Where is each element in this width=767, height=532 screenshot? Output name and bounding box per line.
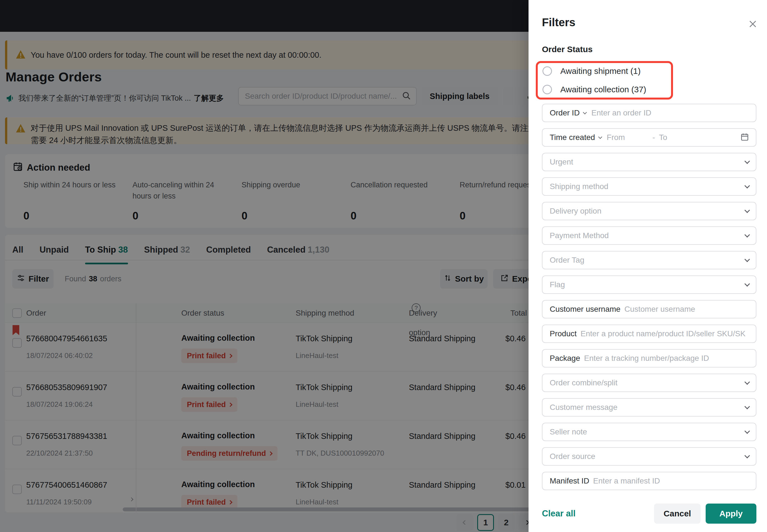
filter-text-input[interactable]	[593, 477, 749, 485]
filter-field-order-source[interactable]: Order source	[542, 447, 756, 466]
filters-panel-title: Filters	[542, 16, 575, 29]
apply-button[interactable]: Apply	[706, 504, 756, 524]
chevron-down-icon	[744, 379, 750, 385]
calendar-icon[interactable]	[740, 132, 749, 142]
filter-text-input[interactable]	[591, 108, 749, 117]
clear-all-link[interactable]: Clear all	[542, 509, 576, 519]
filter-text-input[interactable]	[581, 329, 749, 338]
filter-field-urgent[interactable]: Urgent	[542, 153, 756, 171]
filter-field-manifest-id: Manifest ID	[542, 472, 756, 490]
filter-text-input[interactable]	[624, 305, 749, 314]
filter-field-seller-note[interactable]: Seller note	[542, 423, 756, 441]
filters-footer: Clear all Cancel Apply	[542, 504, 756, 524]
order-status-option[interactable]: Awaiting shipment (1)	[542, 62, 646, 80]
filter-field-delivery-option[interactable]: Delivery option	[542, 202, 756, 220]
chevron-down-icon	[744, 428, 750, 434]
radio-icon[interactable]	[542, 66, 552, 76]
chevron-down-icon	[583, 110, 587, 114]
close-icon[interactable]	[748, 19, 758, 30]
cancel-button[interactable]: Cancel	[654, 504, 701, 524]
filter-field-customer-username: Customer username	[542, 300, 756, 318]
filter-field-payment-method[interactable]: Payment Method	[542, 226, 756, 245]
filter-field-time-created: Time created -	[542, 128, 756, 147]
date-from-input[interactable]	[607, 133, 648, 142]
chevron-down-icon	[576, 332, 581, 336]
order-status-option[interactable]: Awaiting collection (37)	[542, 80, 646, 99]
order-status-options: Awaiting shipment (1) Awaiting collectio…	[542, 62, 646, 99]
order-status-label: Order Status	[542, 45, 593, 54]
chevron-down-icon	[744, 453, 750, 458]
chevron-down-icon	[744, 183, 750, 188]
chevron-down-icon	[744, 232, 750, 238]
radio-icon[interactable]	[542, 85, 552, 94]
filter-field-package: Package	[542, 349, 756, 367]
filter-field-order-combine-split[interactable]: Order combine/split	[542, 374, 756, 392]
chevron-down-icon	[744, 404, 750, 409]
chevron-down-icon	[598, 135, 602, 139]
filter-field-flag[interactable]: Flag	[542, 275, 756, 294]
filter-text-input[interactable]	[584, 354, 749, 363]
date-to-input[interactable]	[659, 133, 701, 142]
filter-field-shipping-method[interactable]: Shipping method	[542, 177, 756, 196]
filter-field-order-id: Order ID	[542, 104, 756, 122]
filters-panel: Filters Order Status Awaiting shipment (…	[529, 0, 767, 532]
filter-field-order-tag[interactable]: Order Tag	[542, 251, 756, 269]
manage-orders-page: You have 0/100 orders for today. The cou…	[0, 0, 767, 532]
chevron-down-icon	[744, 281, 750, 287]
chevron-down-icon	[620, 307, 625, 312]
chevron-down-icon	[744, 207, 750, 213]
dim-overlay	[0, 0, 529, 532]
chevron-down-icon	[744, 257, 750, 262]
filter-field-product: Product	[542, 325, 756, 343]
chevron-down-icon	[589, 479, 594, 483]
chevron-down-icon	[580, 356, 584, 361]
chevron-down-icon	[744, 158, 750, 164]
filter-fields: Order ID Time created - Urgent Shipping …	[542, 104, 756, 496]
filter-field-customer-message[interactable]: Customer message	[542, 398, 756, 417]
